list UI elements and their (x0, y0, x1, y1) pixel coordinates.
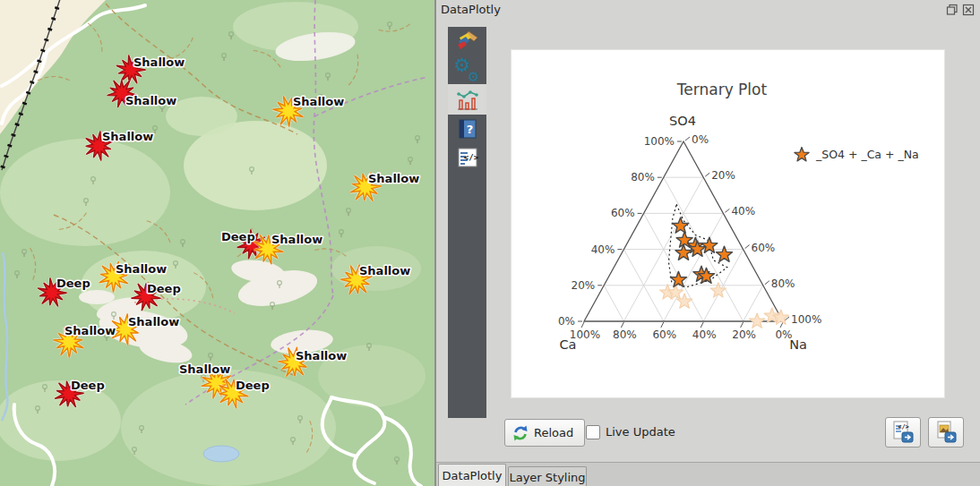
export-html-icon: </> (891, 421, 915, 444)
ternary-plot[interactable]: 0%0%0%20%20%20%40%40%40%60%60%60%80%80%8… (511, 50, 944, 397)
so4-tick-label: 40% (591, 243, 615, 256)
axis-title-ca: Ca (559, 337, 576, 352)
plot-star-marker (750, 313, 765, 328)
ternary-plot-card[interactable]: 0%0%0%20%20%20%40%40%40%60%60%60%80%80%8… (511, 49, 945, 398)
map-marker-label: Shallow (179, 362, 230, 376)
map-marker-label: Shallow (271, 233, 322, 246)
map-marker-label: Deep (236, 379, 270, 392)
map-marker-label: Shallow (64, 324, 116, 337)
gears-icon: ⚙⚙ (456, 58, 479, 81)
float-panel-icon[interactable] (946, 4, 959, 16)
na-tick-label: 20% (711, 169, 735, 182)
sidebar-item-plot-canvas[interactable] (448, 84, 486, 115)
live-update-checkbox[interactable] (586, 425, 600, 439)
na-tick-label: 100% (791, 313, 821, 326)
sidebar-item-plot-properties[interactable]: ⚙⚙ (448, 55, 486, 84)
axis-title-so4: SO4 (669, 114, 696, 128)
plot-star-marker (795, 148, 809, 161)
svg-text:</>: </> (463, 153, 478, 162)
tab-dataplotly[interactable]: DataPlotly (438, 464, 506, 486)
sidebar-item-code[interactable]: </> (448, 143, 486, 172)
sidebar-item-plot-type[interactable] (448, 27, 486, 55)
export-image-icon (934, 421, 958, 444)
export-image-button[interactable] (928, 417, 964, 448)
so4-tick-label: 80% (631, 171, 655, 183)
ca-tick-label: 40% (692, 328, 717, 341)
code-page-icon: </> (456, 146, 479, 169)
map-marker-label: Shallow (102, 130, 153, 143)
na-tick-label: 80% (771, 277, 795, 290)
svg-text:</>: </> (898, 423, 909, 431)
reload-button[interactable]: Reload (504, 419, 585, 447)
na-tick-label: 0% (692, 133, 709, 146)
ternary-figure: 0%0%0%20%20%20%40%40%40%60%60%60%80%80%8… (558, 81, 821, 352)
close-panel-icon[interactable] (962, 4, 975, 16)
map-marker-label: Deep (56, 277, 90, 290)
ca-tick-label: 80% (613, 328, 637, 341)
dataplotly-panel: DataPlotly (436, 0, 980, 486)
map-marker-label: Deep (147, 282, 181, 295)
map-marker-label: Shallow (125, 94, 176, 107)
export-html-button[interactable]: </> (885, 417, 921, 448)
lake (203, 446, 239, 462)
ca-tick-label: 60% (652, 328, 676, 341)
so4-tick-label: 100% (644, 135, 675, 148)
axis-title-na: Na (789, 337, 807, 352)
qgis-window: ShallowShallowShallowShallowShallowDeepS… (0, 0, 980, 486)
so4-tick-label: 20% (572, 279, 596, 292)
legend-label: _SO4 + _Ca + _Na (815, 148, 919, 161)
na-tick-label: 60% (752, 242, 776, 254)
map-marker-label: Deep (221, 230, 255, 243)
map-marker-label: Shallow (133, 55, 185, 69)
tab-layer-styling[interactable]: Layer Styling (508, 466, 587, 486)
map-terrain (0, 0, 434, 486)
plot-sidebar: ⚙⚙ ? (448, 27, 486, 418)
svg-text:?: ? (466, 123, 473, 136)
reload-icon (511, 424, 529, 442)
map-svg[interactable]: ShallowShallowShallowShallowShallowDeepS… (0, 0, 434, 486)
reload-label: Reload (534, 426, 573, 439)
map-marker-label: Shallow (368, 172, 419, 185)
map-marker-label: Deep (71, 379, 105, 392)
plot-star-marker (717, 246, 733, 261)
map-canvas[interactable]: ShallowShallowShallowShallowShallowDeepS… (0, 0, 434, 486)
plot-star-marker (673, 217, 689, 233)
map-marker-label: Shallow (293, 95, 344, 108)
map-marker-label: Shallow (296, 349, 347, 362)
map-marker-label: Shallow (359, 264, 410, 277)
plot-legend[interactable]: _SO4 + _Ca + _Na (795, 148, 919, 162)
map-marker-label: Shallow (116, 262, 167, 276)
bottom-tabbar: DataPlotly Layer Styling (436, 462, 980, 486)
help-book-icon: ? (457, 118, 478, 140)
na-tick-label: 40% (731, 205, 755, 217)
paintbrush-icon (456, 30, 479, 53)
plot-title: Ternary Plot (676, 81, 768, 98)
sidebar-item-help[interactable]: ? (448, 115, 486, 143)
map-marker-label: Shallow (128, 315, 179, 328)
panel-title: DataPlotly (441, 3, 501, 16)
so4-tick-label: 0% (558, 315, 575, 328)
so4-tick-label: 60% (611, 207, 635, 219)
chart-icon (455, 87, 480, 112)
ca-tick-label: 20% (732, 328, 756, 341)
live-update-label: Live Update (606, 425, 675, 439)
panel-header: DataPlotly (436, 0, 980, 20)
